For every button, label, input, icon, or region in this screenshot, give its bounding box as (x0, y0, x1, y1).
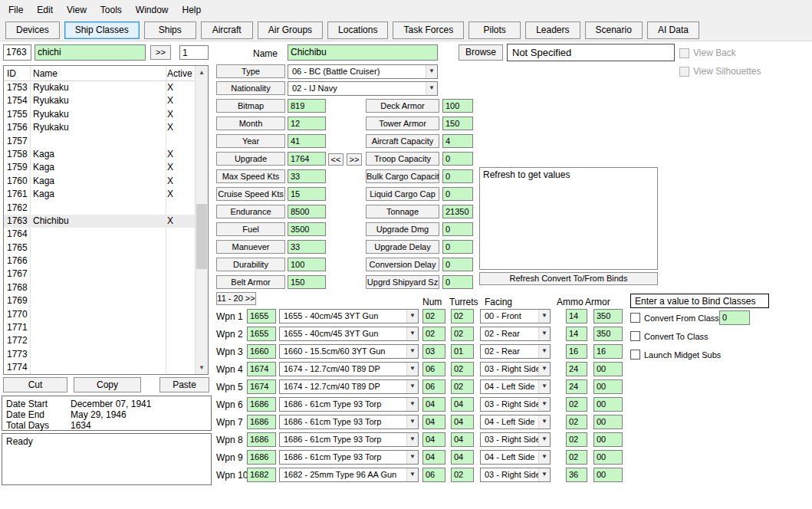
table-row[interactable]: 1765 (4, 241, 195, 254)
combo-select[interactable]: 02 - IJ Navy ▼ (288, 81, 438, 96)
weapon-turrets-field[interactable]: 04 (451, 415, 474, 429)
weapon-num-field[interactable]: 06 (422, 362, 445, 376)
combo-label-button[interactable]: Type (216, 64, 285, 78)
weapon-facing-select[interactable]: 04 - Left Side ▼ (480, 379, 551, 394)
weapon-num-field[interactable]: 04 (422, 450, 445, 465)
weapon-num-field[interactable]: 02 (422, 327, 445, 341)
scrollbar-thumb[interactable] (196, 204, 207, 269)
weapon-id-field[interactable]: 1655 (247, 309, 276, 323)
stat-value-field[interactable]: 0 (442, 152, 473, 166)
paste-button[interactable]: Paste (159, 377, 209, 392)
table-row[interactable]: 1762 (4, 202, 195, 215)
menu-item[interactable]: File (2, 1, 30, 19)
table-row[interactable]: 1772 (4, 334, 195, 347)
weapon-num-field[interactable]: 06 (422, 379, 445, 394)
stat-label-button[interactable]: Endurance (216, 205, 285, 218)
stat-label-button[interactable]: Tonnage (366, 205, 439, 218)
vertical-scrollbar[interactable]: ▲ ▼ (195, 66, 208, 374)
weapon-id-field[interactable]: 1674 (247, 379, 276, 394)
weapon-turrets-field[interactable]: 02 (451, 379, 474, 394)
table-row[interactable]: 1753 Ryukaku X (4, 81, 195, 94)
chevron-down-icon[interactable]: ▼ (538, 380, 550, 393)
weapon-facing-select[interactable]: 04 - Left Side ▼ (480, 415, 551, 429)
weapon-turrets-field[interactable]: 02 (451, 362, 474, 376)
menu-item[interactable]: Help (176, 1, 209, 19)
stat-value-field[interactable]: 0 (442, 258, 473, 271)
stat-label-button[interactable]: Liquid Cargo Cap (366, 187, 439, 201)
stat-value-field[interactable]: 0 (442, 187, 473, 201)
stat-label-button[interactable]: Bitmap (216, 99, 285, 113)
stat-value-field[interactable]: 15 (288, 187, 326, 201)
stat-label-button[interactable]: Aircraft Capacity (366, 134, 439, 148)
weapons-page-button[interactable]: 11 - 20 >> (216, 292, 256, 305)
weapon-num-field[interactable]: 06 (422, 468, 445, 482)
weapon-ammo-field[interactable]: 24 (566, 379, 587, 394)
weapon-id-field[interactable]: 1660 (247, 344, 276, 359)
tab-button[interactable]: Pilots (468, 21, 521, 39)
class-name-input[interactable]: Chichibu (288, 44, 438, 61)
stat-label-button[interactable]: Manuever (216, 240, 285, 254)
stat-label-button[interactable]: Year (216, 134, 285, 148)
table-row[interactable]: 1773 (4, 348, 195, 361)
stat-label-button[interactable]: Upgrade (216, 152, 285, 166)
weapon-select[interactable]: 1660 - 15.5cm/60 3YT Gun ▼ (279, 344, 419, 359)
chevron-down-icon[interactable]: ▼ (406, 327, 418, 340)
chevron-down-icon[interactable]: ▼ (406, 468, 418, 481)
upgrade-prev-button[interactable]: << (328, 153, 344, 166)
weapon-id-field[interactable]: 1674 (247, 362, 276, 376)
weapon-turrets-field[interactable]: 02 (451, 468, 474, 482)
stat-value-field[interactable]: 8500 (288, 205, 326, 218)
stat-label-button[interactable]: Cruise Speed Kts (216, 187, 285, 201)
stat-value-field[interactable]: 0 (442, 222, 473, 236)
weapon-select[interactable]: 1682 - 25mm Type 96 AA Gun ▼ (279, 468, 419, 482)
chevron-down-icon[interactable]: ▼ (406, 451, 418, 464)
match-count-field[interactable]: 1 (179, 45, 209, 60)
tab-button[interactable]: Locations (327, 21, 388, 39)
weapon-turrets-field[interactable]: 04 (451, 432, 474, 447)
stat-value-field[interactable]: 819 (288, 99, 326, 113)
weapon-ammo-field[interactable]: 02 (566, 450, 587, 465)
weapon-facing-select[interactable]: 04 - Left Side ▼ (480, 450, 551, 465)
menu-item[interactable]: Edit (30, 1, 60, 19)
chevron-down-icon[interactable]: ▼ (538, 433, 550, 446)
chevron-down-icon[interactable]: ▼ (406, 345, 418, 358)
table-row[interactable]: 1756 Ryukaku X (4, 121, 195, 134)
chevron-down-icon[interactable]: ▼ (406, 363, 418, 376)
chevron-down-icon[interactable]: ▼ (538, 451, 550, 464)
chevron-down-icon[interactable]: ▼ (538, 327, 550, 340)
chevron-down-icon[interactable]: ▼ (538, 398, 550, 411)
chevron-down-icon[interactable]: ▼ (538, 310, 550, 323)
weapon-armor-field[interactable]: 00 (593, 415, 623, 429)
stat-label-button[interactable]: Upgrade Delay (366, 240, 439, 254)
stat-value-field[interactable]: 150 (288, 275, 326, 289)
convert-from-class-field[interactable]: 0 (719, 310, 750, 325)
stat-value-field[interactable]: 100 (288, 258, 326, 271)
weapon-num-field[interactable]: 02 (422, 309, 445, 323)
stat-label-button[interactable]: Max Speed Kts (216, 169, 285, 183)
table-row[interactable]: 1766 (4, 254, 195, 268)
table-row[interactable]: 1768 (4, 281, 195, 294)
tab-button[interactable]: Leaders (525, 21, 580, 39)
stat-label-button[interactable]: Upgrade Dmg (366, 222, 439, 236)
binds-textarea[interactable]: Refresh to get values (479, 167, 658, 270)
tab-button[interactable]: Aircraft (201, 21, 253, 39)
tab-button[interactable]: Scenario (585, 21, 643, 39)
table-row[interactable]: 1760 Kaga X (4, 175, 195, 188)
tab-button[interactable]: Air Groups (258, 21, 323, 39)
weapon-id-field[interactable]: 1686 (247, 450, 276, 465)
table-row[interactable]: 1759 Kaga X (4, 161, 195, 174)
weapon-select[interactable]: 1674 - 12.7cm/40 T89 DP ▼ (279, 362, 419, 376)
tab-button[interactable]: Ship Classes (64, 21, 140, 39)
weapon-id-field[interactable]: 1686 (247, 397, 276, 412)
table-row[interactable]: 1764 (4, 228, 195, 241)
tab-button[interactable]: AI Data (647, 21, 699, 39)
weapon-ammo-field[interactable]: 24 (566, 362, 587, 376)
weapon-ammo-field[interactable]: 02 (566, 432, 587, 447)
convert-to-class-checkbox[interactable]: Convert To Class (630, 331, 708, 341)
weapon-id-field[interactable]: 1682 (247, 468, 276, 482)
stat-label-button[interactable]: Tower Armor (366, 117, 439, 130)
weapon-facing-select[interactable]: 03 - Right Side ▼ (480, 432, 551, 447)
stat-label-button[interactable]: Deck Armor (366, 99, 439, 113)
weapon-select[interactable]: 1686 - 61cm Type 93 Torp ▼ (279, 397, 419, 412)
combo-select[interactable]: 06 - BC (Battle Cruiser) ▼ (288, 64, 438, 79)
